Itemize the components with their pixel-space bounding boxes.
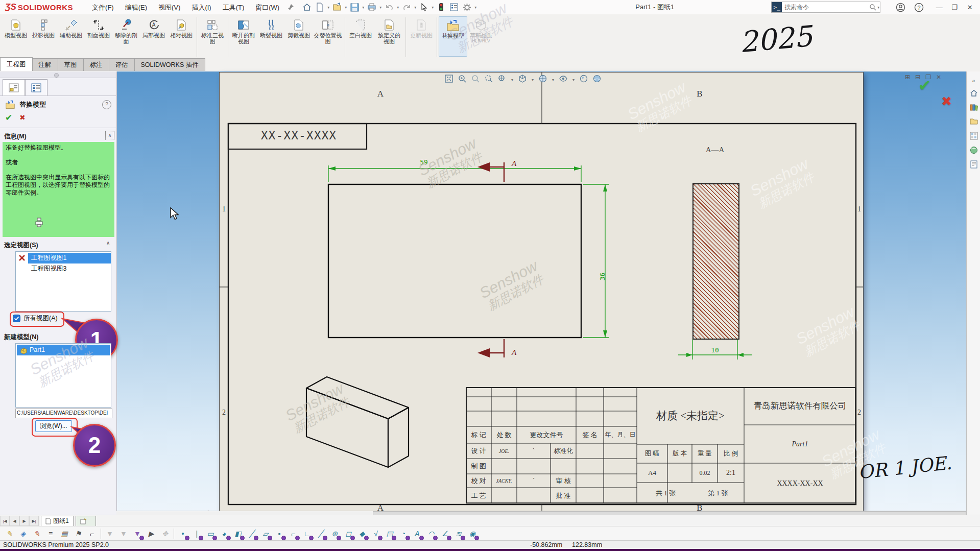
text-box-icon[interactable]: A (412, 529, 422, 539)
note-icon[interactable]: ◈ (18, 529, 28, 539)
selected-views-listbox[interactable]: 工程图视图1 工程图视图3 (15, 251, 111, 312)
caret-down-icon[interactable]: ▾ (552, 78, 554, 82)
ribbon-projected-view-button[interactable]: 投影视图 (30, 16, 57, 56)
rebuild-button[interactable] (436, 2, 447, 13)
sketch-dot-icon[interactable]: ▪ (274, 529, 284, 539)
caret-down-icon[interactable]: ▾ (572, 78, 575, 82)
options-list-button[interactable] (448, 2, 460, 13)
move-icon[interactable]: ✥ (160, 529, 170, 539)
menu-tools[interactable]: 工具(T) (217, 1, 250, 14)
model-path-field[interactable]: C:\USERS\ALIENWARE\DESKTOP\DEI (15, 409, 112, 418)
caret-down-icon[interactable]: ▾ (432, 5, 434, 10)
tab-evaluate[interactable]: 评估 (109, 58, 135, 71)
open-button[interactable] (331, 2, 343, 13)
sketch-slash-icon[interactable]: ╱ (247, 529, 257, 539)
search-icon[interactable] (869, 4, 877, 11)
caret-down-icon[interactable]: ▾ (362, 5, 364, 10)
view-orientation-icon[interactable] (518, 74, 527, 85)
ribbon-update-view-button[interactable]: 更新视图 (408, 16, 435, 56)
all-views-option[interactable]: 所有视图(A) (13, 314, 58, 323)
select-tool-button[interactable] (418, 2, 429, 13)
ribbon-auxiliary-view-button[interactable]: 辅助视图 (57, 16, 85, 56)
home-button[interactable] (301, 2, 313, 13)
paint-icon[interactable]: ◆ (357, 529, 367, 539)
panel-tab-feature-manager[interactable] (3, 79, 25, 96)
panel-splitter[interactable] (0, 71, 116, 78)
selected-views-header[interactable]: 选定视图(S) (4, 241, 38, 250)
ribbon-model-view-button[interactable]: 模型视图 (2, 16, 30, 56)
caret-down-icon[interactable]: ▾ (345, 5, 347, 10)
panel-help-icon[interactable]: ? (102, 100, 111, 109)
ribbon-standard-3view-button[interactable]: 标准三视图 (199, 16, 226, 56)
hide-show-items-icon[interactable] (559, 74, 568, 85)
settings-gear-icon[interactable] (461, 2, 472, 13)
window-minimize-button[interactable]: — (931, 4, 947, 11)
main-view[interactable] (328, 184, 581, 338)
sketch-polyline-icon[interactable]: ∟ (302, 529, 312, 539)
add-sheet-tab[interactable] (76, 516, 96, 526)
caret-down-icon[interactable]: ▾ (877, 5, 879, 10)
tab-annotation[interactable]: 注解 (32, 58, 58, 71)
caret-down-icon[interactable]: ▾ (379, 5, 381, 10)
menu-file[interactable]: 文件(F) (86, 1, 119, 14)
selected-views-collapse-icon[interactable]: ∧ (106, 240, 110, 246)
datum-icon[interactable]: ⌐ (87, 529, 97, 539)
table-icon[interactable]: ▦ (59, 529, 69, 539)
sketch-sphere-icon[interactable]: ◕ (219, 529, 229, 539)
checkbox-checked-icon[interactable] (13, 315, 20, 322)
design-library-icon[interactable] (969, 102, 978, 112)
browse-button[interactable]: 浏览(W)... (35, 420, 72, 432)
annotation-pen-icon[interactable]: ✎ (4, 529, 14, 539)
magnify-icon[interactable]: ◔ (398, 529, 409, 539)
sketch-line-icon[interactable]: | (192, 529, 202, 539)
sheet-nav-next-icon[interactable]: ▶ (19, 516, 29, 526)
caret-down-icon[interactable]: ▾ (532, 78, 534, 82)
ribbon-detail-view-button[interactable]: A局部视图 (140, 16, 168, 56)
list-item[interactable]: 工程图视图1 (16, 253, 111, 263)
new-model-listbox[interactable]: Part1 (15, 343, 111, 408)
panel-ok-button[interactable]: ✔ (5, 112, 12, 123)
camera-icon[interactable]: ◉ (467, 529, 477, 539)
calc-box-icon[interactable]: ▤ (385, 529, 395, 539)
undo-button[interactable] (384, 2, 395, 13)
filter-faces-icon[interactable]: ▼ (132, 529, 142, 539)
zoom-area-icon[interactable] (458, 74, 467, 85)
pencil-icon[interactable]: ✎ (32, 529, 42, 539)
ribbon-crop-view-button[interactable]: 剪裁视图 (285, 16, 313, 56)
new-document-button[interactable] (314, 2, 325, 13)
tab-solidworks-addins[interactable]: SOLIDWORKS 插件 (134, 58, 205, 71)
info-collapse-icon[interactable]: ∧ (105, 131, 114, 140)
confirm-check-button[interactable]: ✔ (918, 77, 931, 94)
sketch-cube-icon[interactable]: ◧ (233, 529, 243, 539)
tab-dimension[interactable]: 标注 (83, 58, 109, 71)
window-close-button[interactable]: ✕ (962, 4, 977, 11)
resources-icon[interactable] (969, 88, 978, 98)
doc-pin-icon[interactable]: ⊞ (905, 74, 910, 81)
sketch-corner-icon[interactable]: ⌐ (288, 529, 298, 539)
ribbon-predefined-view-button[interactable]: 预定义的视图 (374, 16, 404, 56)
info-section-header[interactable]: 信息(M) (4, 132, 27, 141)
display-style-icon[interactable] (538, 74, 547, 85)
sketch-rect-icon[interactable]: ▭ (205, 529, 216, 539)
dynamic-annotation-icon[interactable] (497, 74, 507, 85)
doc-close-icon[interactable]: ✕ (936, 74, 941, 81)
drawing-sheet[interactable]: A B A B 1 2 1 2 XX-XX-XXXX 59 36 10 A A … (220, 73, 863, 512)
sketch-diagonal-icon[interactable]: ╱ (316, 529, 326, 539)
view-palette-icon[interactable] (969, 131, 978, 140)
sketch-frame-icon[interactable]: ◻ (343, 529, 353, 539)
print-button[interactable] (366, 2, 377, 13)
search-input[interactable] (782, 4, 869, 11)
caret-down-icon[interactable]: ▾ (474, 5, 476, 10)
file-explorer-icon[interactable] (969, 116, 978, 126)
dimension-height[interactable]: 36 (599, 266, 606, 288)
command-search[interactable]: >_ ▾ (771, 2, 880, 13)
menu-edit[interactable]: 编辑(E) (119, 1, 153, 14)
sheet-nav-last-icon[interactable]: ▶| (29, 516, 39, 526)
ribbon-section-view-button[interactable]: 剖面视图 (85, 16, 112, 56)
appearances-icon[interactable] (969, 145, 978, 155)
sketch-target-icon[interactable]: ⊕ (329, 529, 340, 539)
ribbon-replace-model-button[interactable]: 替换模型 (439, 16, 467, 57)
filter-edges-icon[interactable]: ▼ (118, 529, 129, 539)
section-view[interactable] (692, 183, 739, 340)
tab-drawing[interactable]: 工程图 (0, 57, 33, 71)
